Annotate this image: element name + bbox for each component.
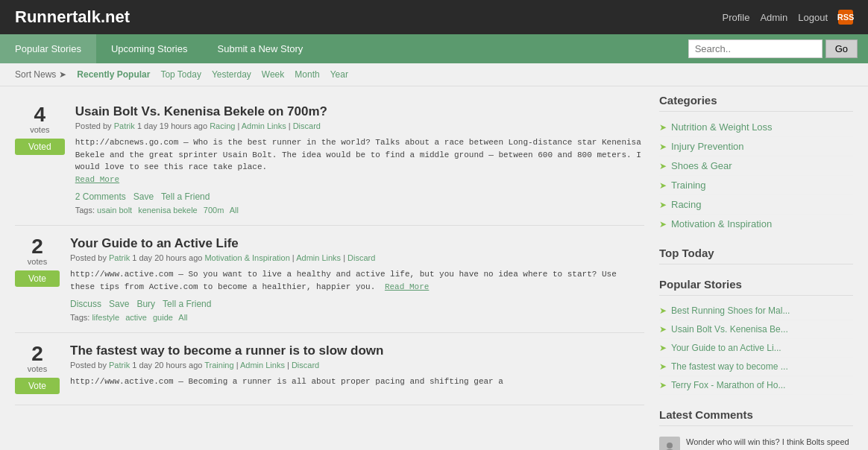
sidebar-categories: Categories ➤ Nutrition & Weight Loss ➤ I… bbox=[659, 94, 853, 233]
popular-story-link-4[interactable]: The fastest way to become ... bbox=[671, 361, 788, 372]
story-author-1[interactable]: Patrik bbox=[114, 121, 135, 130]
story-discard-2[interactable]: Discard bbox=[347, 253, 375, 262]
story-tell-friend-1[interactable]: Tell a Friend bbox=[161, 191, 210, 202]
admin-link[interactable]: Admin bbox=[760, 12, 787, 23]
popular-story-link-5[interactable]: Terry Fox - Marathon of Ho... bbox=[671, 380, 785, 390]
category-link-training[interactable]: Training bbox=[671, 180, 705, 191]
tag-all-1[interactable]: All bbox=[230, 206, 239, 215]
story-actions-1: 2 Comments Save Tell a Friend bbox=[75, 191, 644, 202]
story-comments-1[interactable]: 2 Comments bbox=[75, 191, 126, 202]
tag-700m[interactable]: 700m bbox=[204, 206, 224, 215]
search-button[interactable]: Go bbox=[825, 39, 858, 58]
story-tell-friend-2[interactable]: Tell a Friend bbox=[163, 299, 211, 309]
story-discard-3[interactable]: Discard bbox=[292, 361, 319, 370]
sort-month[interactable]: Month bbox=[295, 69, 319, 80]
story-body-3: The fastest way to become a runner is to… bbox=[70, 343, 644, 394]
category-item: ➤ Shoes & Gear bbox=[659, 156, 853, 176]
story-meta-3: Posted by Patrik 1 day 20 hours ago Trai… bbox=[70, 361, 644, 370]
story-title-1[interactable]: Usain Bolt Vs. Kenenisa Bekele on 700m? bbox=[75, 104, 644, 119]
story-save-1[interactable]: Save bbox=[133, 191, 154, 202]
story-discuss-2[interactable]: Discuss bbox=[70, 299, 101, 309]
story-bury-2[interactable]: Bury bbox=[136, 299, 155, 309]
nav-upcoming-stories[interactable]: Upcoming Stories bbox=[96, 34, 203, 63]
tag-kenenisa-bekele[interactable]: kenenisa bekele bbox=[138, 206, 198, 215]
category-link-nutrition[interactable]: Nutrition & Weight Loss bbox=[671, 121, 773, 133]
read-more-2[interactable]: Read More bbox=[385, 282, 429, 291]
story-save-2[interactable]: Save bbox=[109, 299, 129, 309]
nav-popular-stories[interactable]: Popular Stories bbox=[0, 34, 96, 63]
story-tags-1: Tags: usain bolt kenenisa bekele 700m Al… bbox=[75, 206, 644, 215]
category-item: ➤ Racing bbox=[659, 195, 853, 215]
story-discard-1[interactable]: Discard bbox=[293, 121, 321, 130]
story-category-3[interactable]: Training bbox=[204, 361, 233, 370]
story-title-2[interactable]: Your Guide to an Active Life bbox=[70, 236, 644, 251]
arrow-icon: ➤ bbox=[659, 122, 667, 133]
sort-week[interactable]: Week bbox=[262, 69, 284, 80]
story-item: 4 votes Voted Usain Bolt Vs. Kenenisa Be… bbox=[15, 94, 644, 226]
story-admin-links-2[interactable]: Admin Links bbox=[296, 253, 341, 262]
vote-button-2[interactable]: Vote bbox=[15, 270, 60, 287]
arrow-icon: ➤ bbox=[659, 380, 667, 390]
sidebar-latest-comments: Latest Comments Wonder who will win this… bbox=[659, 408, 853, 450]
sidebar: Categories ➤ Nutrition & Weight Loss ➤ I… bbox=[644, 94, 853, 450]
arrow-icon: ➤ bbox=[659, 142, 667, 152]
story-actions-2: Discuss Save Bury Tell a Friend bbox=[70, 299, 644, 309]
categories-list: ➤ Nutrition & Weight Loss ➤ Injury Preve… bbox=[659, 118, 853, 233]
story-title-3[interactable]: The fastest way to become a runner is to… bbox=[70, 343, 644, 358]
arrow-icon: ➤ bbox=[659, 361, 667, 372]
tag-active[interactable]: active bbox=[125, 313, 147, 322]
logout-link[interactable]: Logout bbox=[798, 12, 828, 23]
sort-top-today[interactable]: Top Today bbox=[160, 69, 201, 80]
category-link-injury[interactable]: Injury Prevention bbox=[671, 141, 744, 152]
arrow-icon: ➤ bbox=[659, 161, 667, 171]
vote-box-2: 2 votes Vote bbox=[15, 236, 60, 322]
vote-button-1[interactable]: Voted bbox=[15, 139, 65, 155]
story-category-2[interactable]: Motivation & Inspiration bbox=[204, 253, 289, 262]
sort-yesterday[interactable]: Yesterday bbox=[212, 69, 251, 80]
arrow-icon: ➤ bbox=[659, 343, 667, 353]
popular-story-item: ➤ Usain Bolt Vs. Kenenisa Be... bbox=[659, 320, 853, 339]
navbar: Popular Stories Upcoming Stories Submit … bbox=[0, 34, 868, 63]
arrow-icon: ➤ bbox=[659, 305, 667, 316]
nav-submit-story[interactable]: Submit a New Story bbox=[203, 34, 318, 63]
popular-stories-list: ➤ Best Running Shoes for Mal... ➤ Usain … bbox=[659, 302, 853, 395]
tag-lifestyle[interactable]: lifestyle bbox=[92, 313, 119, 322]
story-author-2[interactable]: Patrik bbox=[109, 253, 130, 262]
comment-item: Wonder who will win this? I think Bolts … bbox=[659, 432, 853, 450]
vote-count-3: 2 bbox=[31, 343, 43, 364]
popular-story-item: ➤ Your Guide to an Active Li... bbox=[659, 339, 853, 358]
sort-recently-popular[interactable]: Recently Popular bbox=[77, 69, 150, 80]
sidebar-top-today: Top Today bbox=[659, 247, 853, 264]
rss-icon[interactable]: RSS bbox=[838, 10, 853, 25]
story-author-3[interactable]: Patrik bbox=[109, 361, 130, 370]
vote-box-3: 2 votes Vote bbox=[15, 343, 60, 394]
story-admin-links-1[interactable]: Admin Links bbox=[242, 121, 286, 130]
tag-usain-bolt[interactable]: usain bolt bbox=[97, 206, 132, 215]
popular-story-link-2[interactable]: Usain Bolt Vs. Kenenisa Be... bbox=[671, 324, 788, 335]
category-link-motivation[interactable]: Motivation & Inspiration bbox=[671, 218, 772, 229]
sort-label: Sort News ➤ bbox=[15, 69, 66, 80]
vote-button-3[interactable]: Vote bbox=[15, 378, 60, 394]
category-item: ➤ Motivation & Inspiration bbox=[659, 215, 853, 233]
search-input[interactable] bbox=[688, 39, 823, 58]
header-nav: Profile Admin Logout RSS bbox=[723, 10, 853, 25]
arrow-icon: ➤ bbox=[659, 324, 667, 335]
read-more-1[interactable]: Read More bbox=[75, 175, 119, 184]
comment-avatar bbox=[659, 437, 680, 450]
top-today-title: Top Today bbox=[659, 247, 853, 264]
category-item: ➤ Training bbox=[659, 176, 853, 195]
story-category-1[interactable]: Racing bbox=[210, 121, 235, 130]
story-body-2: Your Guide to an Active Life Posted by P… bbox=[70, 236, 644, 322]
tag-guide[interactable]: guide bbox=[153, 313, 173, 322]
tag-all-2[interactable]: All bbox=[178, 313, 187, 322]
popular-story-link-3[interactable]: Your Guide to an Active Li... bbox=[671, 343, 781, 353]
site-logo: Runnertalk.net bbox=[15, 7, 130, 27]
profile-link[interactable]: Profile bbox=[723, 12, 750, 23]
popular-story-item: ➤ Terry Fox - Marathon of Ho... bbox=[659, 376, 853, 395]
vote-count-1: 4 bbox=[34, 104, 46, 125]
category-link-shoes[interactable]: Shoes & Gear bbox=[671, 160, 732, 171]
popular-story-link-1[interactable]: Best Running Shoes for Mal... bbox=[671, 305, 790, 316]
category-link-racing[interactable]: Racing bbox=[671, 199, 701, 210]
sort-year[interactable]: Year bbox=[330, 69, 348, 80]
story-admin-links-3[interactable]: Admin Links bbox=[240, 361, 285, 370]
